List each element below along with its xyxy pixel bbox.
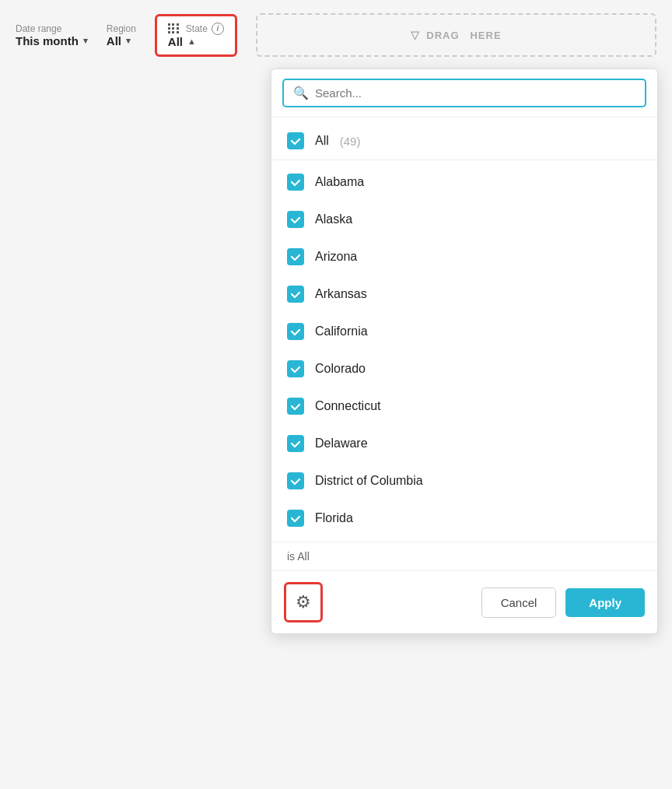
state-name: District of Columbia — [315, 474, 423, 488]
drag-text: DRAG HERE — [426, 30, 501, 41]
all-label: All — [315, 134, 329, 148]
checkbox-state[interactable] — [287, 174, 304, 191]
date-range-label: Date range — [16, 23, 88, 34]
state-label-text: State — [186, 23, 208, 34]
state-value[interactable]: All ▲ — [168, 35, 224, 48]
gear-button[interactable]: ⚙ — [284, 582, 323, 622]
search-input-wrapper[interactable]: 🔍 — [282, 79, 646, 107]
all-count: (49) — [340, 135, 361, 148]
date-range-chevron-icon: ▾ — [83, 36, 88, 46]
state-name: Delaware — [315, 437, 368, 451]
cancel-button[interactable]: Cancel — [481, 587, 557, 618]
region-chevron-icon: ▾ — [126, 36, 131, 46]
checkbox-state[interactable] — [287, 510, 304, 527]
list-item[interactable]: Arkansas — [271, 275, 657, 313]
state-label-row: State i — [168, 23, 224, 35]
search-icon: 🔍 — [293, 86, 309, 100]
region-text: All — [107, 34, 121, 47]
date-range-value[interactable]: This month ▾ — [16, 34, 88, 47]
filter-drag-icon: ▽ — [411, 29, 420, 41]
drag-zone: ▽ DRAG HERE — [256, 13, 656, 57]
states-list[interactable]: All (49) Alabama Alaska Arizona — [271, 117, 657, 542]
state-name: Florida — [315, 511, 353, 525]
region-filter[interactable]: Region All ▾ — [107, 23, 136, 47]
state-value-text: All — [168, 35, 183, 48]
checkbox-state[interactable] — [287, 211, 304, 228]
dropdown-footer: ⚙ Cancel Apply — [271, 570, 657, 633]
gear-icon: ⚙ — [296, 592, 311, 612]
list-item[interactable]: Alabama — [271, 163, 657, 201]
checkbox-state[interactable] — [287, 248, 304, 265]
date-range-filter[interactable]: Date range This month ▾ — [16, 23, 88, 47]
state-name: California — [315, 324, 368, 338]
list-item[interactable]: California — [271, 313, 657, 350]
state-name: Connecticut — [315, 399, 381, 413]
region-value[interactable]: All ▾ — [107, 34, 136, 47]
checkbox-state[interactable] — [287, 323, 304, 340]
checkbox-state[interactable] — [287, 360, 304, 377]
checkbox-state[interactable] — [287, 398, 304, 415]
state-name: Alaska — [315, 212, 352, 226]
list-item[interactable]: District of Columbia — [271, 462, 657, 500]
main-container: Date range This month ▾ Region All ▾ — [0, 0, 672, 789]
checkbox-all[interactable] — [287, 132, 304, 149]
grid-icon — [168, 23, 179, 34]
checkbox-state[interactable] — [287, 286, 304, 303]
state-info-icon: i — [212, 23, 224, 35]
state-name: Arizona — [315, 250, 357, 264]
state-name: Arkansas — [315, 287, 367, 301]
checkbox-state[interactable] — [287, 435, 304, 452]
list-item[interactable]: Colorado — [271, 350, 657, 387]
search-input[interactable] — [315, 86, 635, 100]
list-item[interactable]: Alaska — [271, 201, 657, 238]
apply-button[interactable]: Apply — [565, 588, 645, 617]
list-item[interactable]: Connecticut — [271, 387, 657, 425]
filter-bar: Date range This month ▾ Region All ▾ — [0, 0, 672, 70]
checkbox-state[interactable] — [287, 472, 304, 489]
state-chevron-up-icon: ▲ — [187, 37, 196, 46]
list-item[interactable]: Delaware — [271, 425, 657, 462]
filter-summary: is All — [271, 542, 657, 570]
list-item[interactable]: Florida — [271, 500, 657, 537]
region-label: Region — [107, 23, 136, 34]
state-dropdown-panel: 🔍 All (49) Alabama — [271, 68, 658, 634]
state-name: Colorado — [315, 362, 366, 376]
date-range-text: This month — [16, 34, 79, 47]
search-bar: 🔍 — [271, 69, 657, 117]
state-filter[interactable]: State i All ▲ — [155, 14, 237, 57]
list-item[interactable]: Arizona — [271, 238, 657, 275]
state-name: Alabama — [315, 175, 364, 189]
state-item-all[interactable]: All (49) — [271, 122, 657, 160]
